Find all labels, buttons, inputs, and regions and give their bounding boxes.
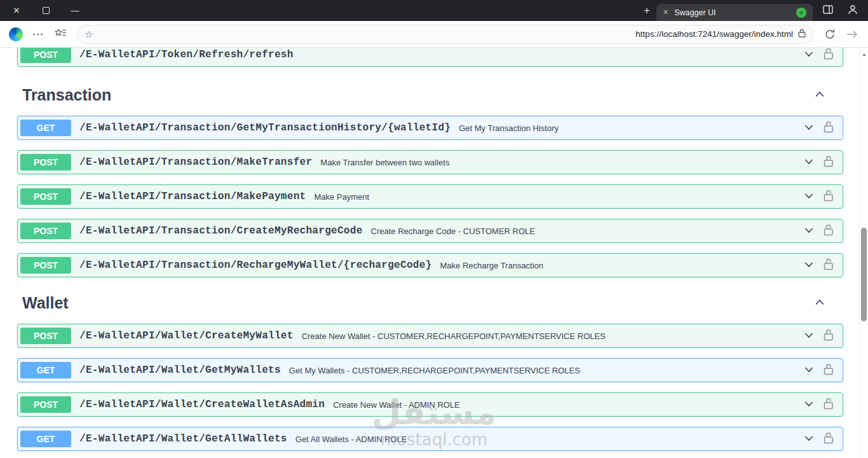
unlock-icon [824, 48, 834, 62]
tab-close-button[interactable]: ✕ [663, 9, 668, 16]
browser-logo-button[interactable] [6, 24, 25, 45]
auth-lock-button[interactable] [824, 432, 834, 446]
section-header-transaction[interactable]: Transaction [17, 85, 843, 105]
address-bar[interactable]: ☆ https://localhost:7241/swagger/index.h… [77, 25, 813, 44]
split-screen-button[interactable] [820, 0, 836, 21]
more-menu-button[interactable]: ⋯ [29, 24, 48, 45]
split-screen-icon [823, 5, 833, 16]
swagger-page: POST /E-WalletAPI/Token/Refresh/refresh … [0, 48, 868, 458]
endpoint-path: /E-WalletAPI/Token/Refresh/refresh [79, 49, 294, 60]
expand-button[interactable] [803, 258, 815, 273]
window-minimize-button[interactable]: — [66, 0, 84, 21]
chevron-down-icon [803, 190, 815, 204]
chevron-down-icon [803, 48, 815, 62]
favorites-bar-button[interactable] [51, 24, 70, 45]
chevron-down-icon [803, 155, 815, 170]
new-tab-button[interactable]: + [637, 0, 656, 21]
browser-window: ✕ — + ✕ Swagger UI [0, 0, 868, 458]
title-bar: ✕ — + ✕ Swagger UI [0, 0, 868, 21]
endpoint-description: Make Payment [314, 192, 369, 202]
expand-button[interactable] [803, 121, 815, 135]
unlock-icon [824, 432, 834, 446]
endpoint-row[interactable]: POST /E-WalletAPI/Wallet/CreateMyWallet … [17, 324, 843, 348]
expand-button[interactable] [803, 190, 815, 204]
scroll-up-button[interactable]: ▲ [860, 48, 868, 58]
refresh-button[interactable] [820, 24, 839, 45]
expand-button[interactable] [803, 224, 815, 239]
endpoint-row[interactable]: GET /E-WalletAPI/Transaction/GetMyTransa… [17, 116, 843, 140]
auth-lock-button[interactable] [824, 121, 834, 135]
endpoint-description: Get All Wallets - ADMIN ROLE [295, 434, 407, 444]
method-badge: POST [20, 328, 71, 344]
window-maximize-button[interactable] [37, 0, 55, 21]
forward-button[interactable] [843, 24, 862, 45]
forward-arrow-icon [846, 29, 858, 39]
endpoint-description: Create Recharge Code - CUSTOMER ROLE [371, 226, 535, 236]
endpoint-row[interactable]: POST /E-WalletAPI/Transaction/RechargeMy… [17, 253, 843, 277]
expand-button[interactable] [803, 398, 815, 412]
minimize-icon: — [71, 6, 79, 15]
window-controls: ✕ — [0, 0, 84, 21]
maximize-icon [43, 7, 50, 14]
endpoint-path: /E-WalletAPI/Transaction/RechargeMyWalle… [79, 260, 432, 271]
section-collapse-button[interactable] [813, 87, 827, 103]
endpoint-row[interactable]: POST /E-WalletAPI/Transaction/MakePaymen… [17, 184, 843, 209]
endpoint-path: /E-WalletAPI/Wallet/GetMyWallets [79, 364, 281, 376]
unlock-icon [824, 398, 834, 412]
endpoint-description: Get My Wallets - CUSTOMER,RECHARGEPOINT,… [289, 366, 580, 375]
expand-button[interactable] [803, 48, 815, 62]
auth-lock-button[interactable] [824, 224, 834, 238]
expand-button[interactable] [803, 363, 815, 378]
endpoint-path: /E-WalletAPI/Transaction/MakePayment [79, 191, 306, 202]
browser-tab[interactable]: ✕ Swagger UI [656, 4, 813, 21]
unlock-icon [824, 329, 834, 343]
endpoint-row[interactable]: POST /E-WalletAPI/Transaction/MakeTransf… [17, 150, 843, 174]
profile-button[interactable] [844, 0, 861, 21]
chevron-down-icon [803, 224, 815, 239]
chevron-down-icon [803, 329, 815, 344]
auth-lock-button[interactable] [824, 258, 834, 272]
endpoint-path: /E-WalletAPI/Transaction/GetMyTransactio… [79, 122, 451, 134]
method-badge: GET [20, 431, 71, 447]
scrollbar-thumb[interactable] [861, 228, 867, 321]
expand-button[interactable] [803, 432, 815, 447]
auth-lock-button[interactable] [824, 398, 834, 412]
url-text[interactable]: https://localhost:7241/swagger/index.htm… [635, 29, 793, 39]
expand-button[interactable] [803, 329, 815, 344]
unlock-icon [824, 190, 834, 204]
auth-lock-button[interactable] [824, 190, 834, 204]
auth-lock-button[interactable] [824, 155, 834, 169]
section-title: Transaction [22, 85, 111, 105]
window-close-button[interactable]: ✕ [8, 0, 25, 21]
chevron-down-icon [803, 258, 815, 273]
chevron-up-icon [813, 87, 827, 103]
tab-title: Swagger UI [674, 8, 790, 17]
section-header-wallet[interactable]: Wallet [17, 293, 843, 313]
endpoint-path: /E-WalletAPI/Wallet/CreateMyWallet [79, 330, 294, 342]
scrollbar[interactable]: ▲ [859, 48, 868, 458]
endpoint-description: Make Transfer between two wallets [320, 158, 449, 167]
chevron-down-icon [803, 432, 815, 447]
endpoint-row[interactable]: POST /E-WalletAPI/Wallet/CreateWalletAsA… [17, 392, 843, 417]
close-icon: ✕ [663, 8, 668, 16]
profile-icon [847, 4, 858, 17]
endpoint-row[interactable]: GET /E-WalletAPI/Wallet/GetMyWallets Get… [17, 358, 843, 382]
auth-lock-button[interactable] [824, 48, 834, 62]
ssl-lock-icon[interactable] [798, 29, 806, 40]
unlock-icon [824, 121, 834, 135]
chevron-up-icon [813, 295, 827, 311]
auth-lock-button[interactable] [824, 363, 834, 377]
auth-lock-button[interactable] [824, 329, 834, 343]
method-badge: POST [20, 257, 71, 274]
endpoint-row[interactable]: GET /E-WalletAPI/Wallet/GetAllWallets Ge… [17, 427, 843, 451]
method-badge: GET [20, 120, 71, 136]
edge-logo-icon [9, 27, 23, 41]
endpoint-row[interactable]: POST /E-WalletAPI/Transaction/CreateMyRe… [17, 219, 843, 243]
endpoint-row[interactable]: POST /E-WalletAPI/Token/Refresh/refresh [17, 48, 843, 67]
section-collapse-button[interactable] [813, 295, 827, 311]
bookmark-star-icon[interactable]: ☆ [85, 29, 93, 39]
plus-icon: + [644, 4, 650, 17]
expand-button[interactable] [803, 155, 815, 170]
method-badge: POST [20, 154, 71, 170]
endpoint-path: /E-WalletAPI/Wallet/GetAllWallets [79, 433, 287, 445]
